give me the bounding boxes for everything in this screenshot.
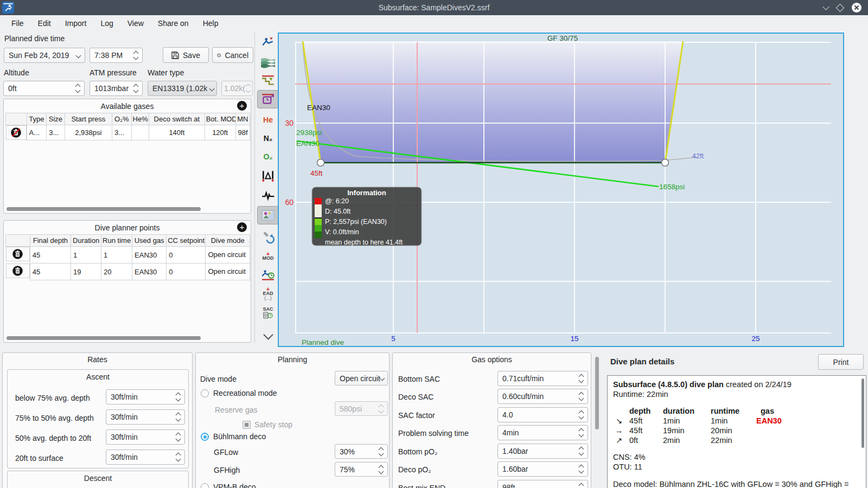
ead-icon[interactable]: + EAD (...) — [257, 285, 279, 303]
add-point-button[interactable]: + — [237, 222, 247, 232]
save-button[interactable]: Save — [163, 47, 209, 63]
point-run-time[interactable]: 1 — [101, 247, 132, 264]
salinity-icon[interactable] — [257, 53, 279, 71]
point-run-time[interactable]: 20 — [101, 264, 132, 280]
gas-he[interactable] — [131, 125, 149, 140]
gas-options-title: Gas options — [393, 353, 591, 366]
ascent-rate-spinner[interactable]: 30ft/min — [106, 389, 185, 404]
points-h-scrollbar[interactable] — [7, 336, 201, 340]
water-type-select[interactable]: EN13319 (1.02k — [148, 81, 217, 96]
spin-down-icon[interactable] — [133, 88, 139, 93]
menu-help[interactable]: Help — [196, 17, 226, 30]
mod-icon[interactable]: + MOD — [257, 247, 279, 265]
gases-h-scrollbar[interactable] — [7, 207, 201, 211]
point-used-gas[interactable]: EAN30 — [132, 247, 167, 264]
profile-canvas[interactable]: GF 30/75 30 60 5 15 25 EAN30 2938psi EAN… — [279, 34, 843, 346]
altitude-spinner[interactable]: 0ft — [3, 81, 85, 96]
shade-window-icon[interactable] — [822, 3, 829, 10]
point-final-depth[interactable]: 45 — [30, 264, 71, 280]
menu-share-on[interactable]: Share on — [151, 17, 196, 30]
ndl-tts-icon[interactable] — [257, 266, 279, 284]
deco-sac-spinner[interactable]: 0.60cuft/min — [497, 389, 588, 404]
ceiling-icon[interactable] — [257, 72, 279, 90]
time-spinner[interactable]: 7:38 PM — [90, 48, 143, 63]
spin-down-icon[interactable] — [133, 55, 139, 60]
information-tooltip[interactable]: Information @: 6:20 D: 45.0ft P: 2,557ps… — [312, 187, 422, 246]
point-cc-setpoint[interactable]: 0 — [167, 264, 206, 280]
gfhigh-spinner[interactable]: 75% — [335, 462, 388, 477]
bottom-v-scrollbar[interactable] — [595, 357, 599, 429]
sac-factor-label: SAC factor — [398, 411, 435, 420]
menu-edit[interactable]: Edit — [31, 17, 58, 30]
ascent-rate-spinner[interactable]: 30ft/min — [106, 409, 185, 425]
problem-solving-time-spinner[interactable]: 4min — [497, 425, 588, 440]
gas-o2[interactable]: 3... — [112, 125, 132, 140]
menu-log[interactable]: Log — [93, 17, 120, 30]
point-duration[interactable]: 1 — [71, 247, 101, 264]
tissues-icon[interactable] — [257, 228, 279, 246]
mod-range-icon[interactable] — [257, 166, 279, 184]
nitrogen-graph-icon[interactable]: N₂ — [257, 129, 279, 147]
close-icon[interactable] — [852, 3, 861, 12]
dive-mode-toggle-icon[interactable] — [257, 34, 279, 52]
bottom-po2-spinner[interactable]: 1.40bar — [497, 444, 588, 459]
point-dive-mode[interactable]: Open circuit — [206, 247, 250, 264]
oxygen-graph-icon[interactable]: O₂ — [257, 147, 279, 166]
menu-view[interactable]: View — [120, 17, 151, 30]
heart-rate-icon[interactable] — [257, 187, 279, 205]
add-gas-button[interactable]: + — [237, 101, 247, 111]
gas-mnd[interactable]: 98f — [235, 125, 250, 140]
plan-text-scrollbar[interactable] — [861, 378, 864, 448]
delete-gas-icon[interactable] — [10, 127, 22, 138]
ascent-rate-spinner[interactable]: 30ft/min — [106, 429, 185, 445]
gas-size[interactable]: 3... — [47, 125, 65, 140]
spin-down-icon[interactable] — [75, 88, 81, 93]
dive-plan-text-box[interactable]: Subsurface (4.8.5.0) dive plan created o… — [607, 375, 866, 488]
deco-po2-spinner[interactable]: 1.60bar — [497, 461, 588, 477]
point-cc-setpoint[interactable]: 0 — [167, 247, 206, 264]
sac-factor-spinner[interactable]: 4.0 — [497, 407, 588, 422]
col-run-time: Run time — [101, 235, 132, 247]
atm-pressure-spinner[interactable]: 1013mbar — [90, 81, 143, 96]
best-mix-end-spinner[interactable]: 98ft — [497, 480, 588, 488]
sac-rate-icon[interactable]: SAC — [257, 304, 279, 322]
delete-point-icon[interactable] — [12, 265, 23, 277]
vpmb-deco-radio[interactable] — [201, 483, 209, 488]
gflow-spinner[interactable]: 30% — [335, 444, 388, 459]
gas-start-press[interactable]: 2,938psi — [65, 125, 112, 140]
chevron-down-icon — [76, 53, 81, 58]
date-picker[interactable]: Sun Feb 24, 2019 — [4, 48, 85, 63]
dive-profile-chart[interactable]: GF 30/75 30 60 5 15 25 EAN30 2938psi EAN… — [278, 33, 844, 347]
photos-icon[interactable] — [257, 206, 279, 224]
gas-deco-switch[interactable]: 140ft — [149, 125, 205, 140]
toolbar-scroll-down-icon[interactable] — [257, 328, 279, 341]
ascent-rate-spinner[interactable]: 30ft/min — [106, 450, 185, 465]
print-button[interactable]: Print — [818, 354, 864, 370]
cancel-button[interactable]: Cancel — [212, 47, 253, 63]
gas-bot-mod[interactable]: 120ft — [205, 125, 235, 140]
save-icon — [171, 52, 179, 59]
planner-point-row: 45 1 1 EAN30 0 Open circuit — [6, 247, 250, 264]
dive-mode-select[interactable]: Open circuit — [335, 371, 388, 386]
deco-po2-label: Deco pO₂ — [398, 465, 431, 474]
col-mnd: MN — [235, 113, 250, 125]
gas-type[interactable]: A... — [27, 125, 47, 140]
altitude-label: Altitude — [4, 68, 29, 77]
point-dive-mode[interactable]: Open circuit — [206, 264, 250, 280]
buhlmann-deco-radio[interactable] — [201, 433, 209, 441]
dive-point-handle[interactable] — [662, 159, 669, 166]
splitter[interactable] — [254, 33, 255, 343]
bottom-sac-spinner[interactable]: 0.71cuft/min — [497, 371, 588, 386]
dc-reported-ceiling-icon[interactable] — [257, 90, 279, 108]
menu-import[interactable]: Import — [58, 17, 94, 30]
helium-graph-icon[interactable]: He — [257, 111, 279, 129]
dive-point-handle[interactable] — [317, 159, 324, 166]
point-duration[interactable]: 19 — [71, 264, 101, 280]
delete-point-icon[interactable] — [12, 248, 23, 260]
recreational-mode-radio[interactable] — [201, 389, 209, 397]
point-final-depth[interactable]: 45 — [30, 247, 71, 264]
maximize-icon[interactable] — [836, 3, 845, 12]
menu-file[interactable]: File — [4, 17, 31, 30]
best-mix-end-label: Best mix END — [398, 484, 445, 488]
point-used-gas[interactable]: EAN30 — [132, 264, 167, 280]
